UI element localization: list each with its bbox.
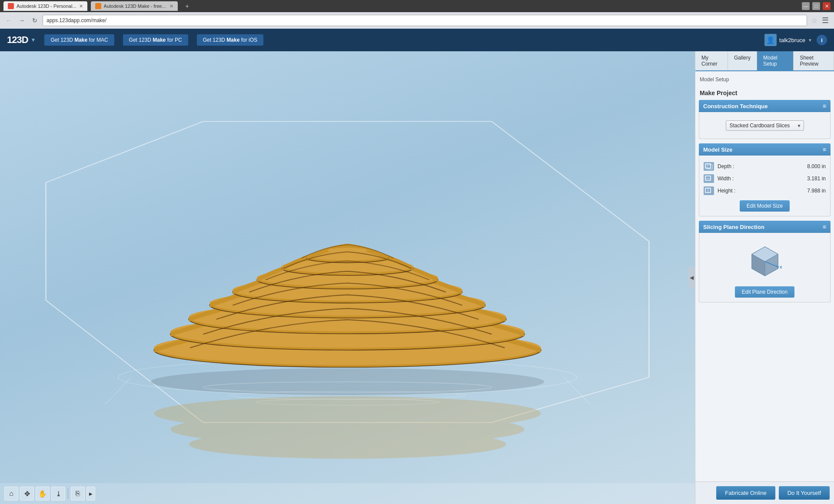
height-label: Height : bbox=[718, 188, 804, 194]
refresh-button[interactable]: ↻ bbox=[30, 15, 40, 26]
tab-my-corner[interactable]: My Corner bbox=[695, 51, 728, 70]
user-avatar: 👤 bbox=[764, 34, 777, 46]
construction-technique-header: Construction Technique ≡ bbox=[699, 100, 831, 112]
maximize-button[interactable]: □ bbox=[812, 2, 820, 10]
panel-tabs: My Corner Gallery Model Setup Sheet Prev… bbox=[695, 51, 834, 71]
tab1-favicon bbox=[8, 3, 14, 9]
fit-icon: ⤓ bbox=[56, 490, 61, 498]
refresh-icon: ↻ bbox=[32, 17, 37, 24]
address-bar-row: ← → ↻ apps.123dapp.com/make/ ☆ ☰ bbox=[0, 12, 834, 29]
get-make-ios-button[interactable]: Get 123D Make for iOS bbox=[197, 34, 263, 46]
section-menu-icon: ≡ bbox=[823, 103, 826, 109]
tab-model-setup-label: Model Setup bbox=[763, 55, 778, 67]
logo-area: 123D ▼ bbox=[7, 34, 36, 46]
tab2-close[interactable]: ✕ bbox=[169, 3, 173, 9]
svg-rect-30 bbox=[705, 176, 711, 180]
browser-chrome: Autodesk 123D - Personal... ✕ Autodesk 1… bbox=[0, 0, 834, 29]
orbit-icon: ✋ bbox=[38, 490, 47, 498]
address-input[interactable]: apps.123dapp.com/make/ bbox=[43, 15, 807, 26]
menu-icon[interactable]: ☰ bbox=[820, 15, 831, 26]
home-tool-button[interactable]: ⌂ bbox=[4, 487, 18, 501]
tab1-title: Autodesk 123D - Personal... bbox=[17, 3, 76, 9]
user-dropdown-icon: ▼ bbox=[808, 38, 812, 43]
construction-technique-label: Construction Technique bbox=[703, 103, 768, 109]
model-size-menu-icon: ≡ bbox=[823, 146, 826, 153]
tab-2[interactable]: Autodesk 123D Make - free... ✕ bbox=[91, 1, 178, 11]
slicing-plane-header: Slicing Plane Direction ≡ bbox=[699, 221, 831, 233]
forward-icon: → bbox=[19, 17, 25, 24]
viewport[interactable]: ⌂ ✥ ✋ ⤓ ⎘ ▶ ◀ bbox=[0, 51, 695, 504]
pan-tool-button[interactable]: ✥ bbox=[20, 487, 34, 501]
back-button[interactable]: ← bbox=[3, 15, 14, 26]
header-right: 👤 talk2bruce ▼ i bbox=[764, 34, 827, 46]
panel-content: Model Setup Make Project Construction Te… bbox=[695, 71, 834, 481]
panel-collapse-handle[interactable]: ◀ bbox=[688, 267, 695, 288]
model-3d bbox=[151, 244, 544, 459]
minimize-button[interactable]: — bbox=[802, 2, 810, 10]
info-icon: i bbox=[821, 37, 823, 43]
get-make-pc-button[interactable]: Get 123D Make for PC bbox=[123, 34, 188, 46]
more-tool-button[interactable]: ▶ bbox=[86, 487, 95, 501]
tab2-title: Autodesk 123D Make - free... bbox=[104, 3, 166, 9]
share-icon: ⎘ bbox=[76, 490, 80, 497]
make-label-mac: Make bbox=[74, 37, 87, 43]
tab-gallery[interactable]: Gallery bbox=[728, 51, 757, 70]
tab-model-setup[interactable]: Model Setup bbox=[757, 51, 794, 70]
share-tool-button[interactable]: ⎘ bbox=[71, 487, 85, 501]
tab2-favicon bbox=[95, 3, 101, 9]
new-tab-icon: + bbox=[186, 3, 189, 10]
bookmark-icon[interactable]: ☆ bbox=[811, 17, 817, 25]
url-text: apps.123dapp.com/make/ bbox=[47, 17, 106, 23]
depth-svg-icon bbox=[704, 163, 713, 170]
info-button[interactable]: i bbox=[817, 35, 827, 45]
title-bar: Autodesk 123D - Personal... ✕ Autodesk 1… bbox=[0, 0, 834, 12]
do-it-yourself-button[interactable]: Do It Yourself bbox=[779, 486, 830, 500]
svg-point-21 bbox=[328, 248, 367, 253]
depth-value: 8.000 in bbox=[807, 163, 826, 169]
svg-point-24 bbox=[189, 430, 506, 459]
close-button[interactable]: ✕ bbox=[823, 2, 831, 10]
model-size-section: Model Size ≡ Depth : 8.000 in bbox=[699, 143, 831, 216]
plane-icon-area: x bbox=[704, 238, 826, 283]
edit-plane-direction-button[interactable]: Edit Plane Direction bbox=[735, 286, 794, 298]
tab-gallery-label: Gallery bbox=[734, 55, 751, 61]
get-make-mac-button[interactable]: Get 123D Make for MAC bbox=[44, 34, 114, 46]
tab-sheet-preview-label: Sheet Preview bbox=[800, 55, 818, 67]
tab-1[interactable]: Autodesk 123D - Personal... ✕ bbox=[3, 1, 87, 11]
make-label-pc: Make bbox=[153, 37, 166, 43]
tab-new[interactable]: + bbox=[181, 1, 194, 11]
logo-dropdown-icon[interactable]: ▼ bbox=[31, 37, 36, 43]
more-icon: ▶ bbox=[89, 491, 93, 496]
construction-technique-select[interactable]: Stacked Cardboard Slices Interlocked Sli… bbox=[726, 120, 804, 131]
fit-tool-button[interactable]: ⤓ bbox=[51, 487, 65, 501]
height-svg-icon bbox=[704, 187, 713, 194]
slicing-plane-label: Slicing Plane Direction bbox=[703, 224, 764, 230]
forward-button[interactable]: → bbox=[17, 15, 27, 26]
user-area[interactable]: 👤 talk2bruce ▼ bbox=[764, 34, 812, 46]
fabricate-online-button[interactable]: Fabricate Online bbox=[716, 486, 775, 500]
width-svg-icon bbox=[704, 175, 713, 182]
slicing-plane-body: x Edit Plane Direction bbox=[699, 233, 831, 302]
make-project-title: Make Project bbox=[699, 86, 831, 100]
model-size-body: Depth : 8.000 in Width : 3.181 in bbox=[699, 156, 831, 216]
orbit-tool-button[interactable]: ✋ bbox=[36, 487, 50, 501]
window-controls: — □ ✕ bbox=[802, 2, 831, 10]
make-label-ios: Make bbox=[226, 37, 239, 43]
collapse-icon: ◀ bbox=[690, 275, 694, 281]
tab1-close[interactable]: ✕ bbox=[79, 3, 83, 9]
tab-my-corner-label: My Corner bbox=[701, 55, 718, 67]
toolbar-separator bbox=[68, 488, 68, 499]
pan-icon: ✥ bbox=[24, 490, 30, 498]
edit-model-size-button[interactable]: Edit Model Size bbox=[740, 200, 790, 212]
width-icon bbox=[704, 174, 714, 183]
logo-text: 123D bbox=[7, 34, 28, 46]
depth-row: Depth : 8.000 in bbox=[704, 160, 826, 172]
width-value: 3.181 in bbox=[807, 176, 826, 182]
ct-dropdown-area: Stacked Cardboard Slices Interlocked Sli… bbox=[704, 117, 826, 134]
plane-direction-icon: x bbox=[748, 245, 782, 279]
height-value: 7.988 in bbox=[807, 188, 826, 194]
tab-sheet-preview[interactable]: Sheet Preview bbox=[794, 51, 834, 70]
user-icon-glyph: 👤 bbox=[766, 36, 775, 44]
home-icon: ⌂ bbox=[9, 490, 13, 497]
depth-label: Depth : bbox=[718, 163, 804, 169]
